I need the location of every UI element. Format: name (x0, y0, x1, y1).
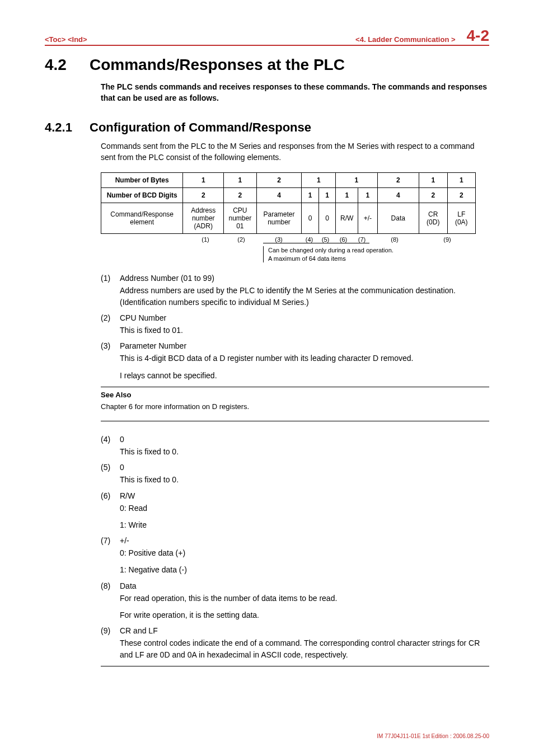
table-note: Can be changed only during a read operat… (263, 246, 489, 263)
item-body: This is fixed to 01. (120, 325, 489, 336)
list-item: (4) 0 (101, 435, 489, 444)
header-left[interactable]: <Toc> <Ind> (45, 35, 87, 44)
row-label: Command/Response element (101, 203, 183, 233)
subsection-title: Configuration of Command/Response (90, 120, 311, 134)
table-footnote-numbers: (1) (2) (3) (4) (5) (6) (7) (8) (9) (101, 236, 476, 243)
list-item: (6) R/W (101, 491, 489, 500)
section-number: 4.2 (45, 56, 90, 74)
table-row: Command/Response element Address number … (101, 203, 476, 233)
section-heading: 4.2Commands/Responses at the PLC (45, 56, 489, 74)
subsection-number: 4.2.1 (45, 120, 90, 135)
item-body: This is fixed to 0. (120, 446, 489, 457)
section-title: Commands/Responses at the PLC (90, 56, 345, 73)
item-body: For read operation, this is the number o… (120, 593, 489, 604)
list-item: (9) CR and LF (101, 626, 489, 635)
item-body: These control codes indicate the end of … (120, 637, 489, 660)
table-note-line: Can be changed only during a read operat… (268, 246, 489, 255)
see-also-body: Chapter 6 for more information on D regi… (101, 402, 489, 421)
subsection-intro: Commands sent from the PLC to the M Seri… (101, 140, 489, 163)
item-body: Address numbers are used by the PLC to i… (120, 285, 489, 308)
list-item: (8) Data (101, 581, 489, 590)
page-header: <Toc> <Ind> <4. Ladder Communication > 4… (45, 28, 489, 46)
section-intro: The PLC sends commands and receives resp… (101, 82, 489, 104)
row-label: Number of Bytes (101, 172, 183, 187)
page: <Toc> <Ind> <4. Ladder Communication > 4… (0, 0, 534, 756)
item-body: This is 4-digit BCD data of a D register… (120, 353, 489, 364)
page-footer: IM 77J04J11-01E 1st Edition : 2006.08.25… (377, 733, 489, 739)
list-item: (5) 0 (101, 463, 489, 472)
item-body: For write operation, it is the setting d… (120, 609, 489, 621)
subsection-heading: 4.2.1Configuration of Command/Response (45, 120, 489, 135)
table-row: Number of BCD Digits 2 2 4 1 1 1 1 4 2 2 (101, 187, 476, 203)
item-body: I relays cannot be specified. (120, 370, 489, 381)
table-row: Number of Bytes 1 1 2 1 1 2 1 1 (101, 172, 476, 187)
row-label: Number of BCD Digits (101, 187, 183, 203)
item-body: 1: Negative data (-) (120, 564, 489, 575)
item-body: 0: Read (120, 503, 489, 514)
list-item: (3) Parameter Number (101, 341, 489, 350)
table-note-line: A maximum of 64 data items (268, 255, 489, 263)
see-also-heading: See Also (101, 387, 489, 399)
list-item: (1) Address Number (01 to 99) (101, 274, 489, 283)
command-response-table: Number of Bytes 1 1 2 1 1 2 1 1 Number o… (101, 172, 476, 234)
list-item: (7) +/- (101, 536, 489, 545)
item-body: 0: Positive data (+) (120, 547, 489, 558)
horizontal-rule (101, 666, 489, 666)
item-body: 1: Write (120, 519, 489, 530)
item-body: This is fixed to 0. (120, 474, 489, 485)
header-page-number: 4-2 (467, 28, 489, 44)
list-item: (2) CPU Number (101, 313, 489, 322)
item-list: (1) Address Number (01 to 99) (101, 274, 489, 283)
header-center: <4. Ladder Communication > (87, 35, 456, 44)
